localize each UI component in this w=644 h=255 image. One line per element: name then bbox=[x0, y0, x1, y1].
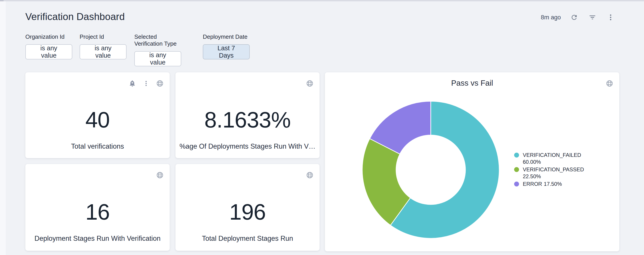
filter-value-selected-verification-type[interactable]: is any value bbox=[134, 51, 181, 66]
single-value-visualization: 196 Total Deployment Stages Run bbox=[176, 164, 320, 251]
single-value-visualization: 8.1633% %age Of Deployments Stages Run W… bbox=[176, 72, 320, 158]
tile-stages-run-with-verification: 16 Deployment Stages Run With Verificati… bbox=[25, 164, 170, 251]
single-value-visualization: 16 Deployment Stages Run With Verificati… bbox=[25, 164, 170, 251]
tile-value: 196 bbox=[229, 201, 266, 223]
legend-label: VERIFICATION_FAILED 60.00% bbox=[523, 152, 588, 165]
left-gutter bbox=[0, 1, 6, 255]
globe-icon bbox=[306, 171, 314, 179]
bell-plus-icon bbox=[128, 80, 136, 87]
top-scrollbar-track bbox=[0, 0, 644, 1]
tile-total-verifications: 40 Total verifications bbox=[25, 72, 170, 158]
filter-label: Selected Verification Type bbox=[134, 33, 181, 47]
dashboard-more-menu-button[interactable] bbox=[606, 13, 616, 22]
tile-timezone-button[interactable] bbox=[156, 171, 164, 179]
chart-legend: VERIFICATION_FAILED 60.00% VERIFICATION_… bbox=[514, 152, 588, 188]
last-refreshed-text: 8m ago bbox=[541, 14, 561, 21]
header-actions: 8m ago bbox=[541, 13, 616, 22]
page-title: Verification Dashboard bbox=[25, 11, 125, 22]
filter-organization-id: Organization Id is any value bbox=[25, 33, 72, 59]
filter-project-id: Project Id is any value bbox=[80, 33, 126, 59]
filter-value-deployment-date[interactable]: Last 7 Days bbox=[203, 44, 250, 59]
globe-icon bbox=[606, 80, 613, 87]
tile-label: %age Of Deployments Stages Run With V… bbox=[180, 142, 316, 150]
filter-selected-verification-type: Selected Verification Type is any value bbox=[134, 33, 181, 66]
tile-label: Total verifications bbox=[71, 142, 124, 150]
kebab-menu-icon bbox=[607, 14, 614, 21]
filter-deployment-date: Deployment Date Last 7 Days bbox=[203, 33, 250, 59]
dashboard-filters-button[interactable] bbox=[588, 13, 597, 22]
tile-actions bbox=[606, 79, 614, 87]
kebab-menu-icon bbox=[143, 80, 150, 87]
tile-actions bbox=[306, 171, 314, 179]
tile-value: 8.1633% bbox=[204, 109, 291, 131]
filter-label: Deployment Date bbox=[203, 33, 250, 40]
tile-timezone-button[interactable] bbox=[156, 79, 164, 87]
refresh-button[interactable] bbox=[569, 13, 579, 22]
globe-icon bbox=[156, 171, 164, 179]
tile-label: Deployment Stages Run With Verification bbox=[34, 234, 160, 242]
tile-pass-vs-fail-chart: Pass vs Fail VERIFICATION_FAILED 60.00% … bbox=[325, 72, 619, 251]
refresh-icon bbox=[570, 14, 578, 21]
tile-actions bbox=[128, 79, 164, 87]
tile-timezone-button[interactable] bbox=[306, 171, 314, 179]
legend-dot-teal bbox=[514, 153, 519, 158]
legend-label: ERROR 17.50% bbox=[523, 180, 562, 187]
filter-value-project-id[interactable]: is any value bbox=[80, 44, 126, 59]
tile-total-deployment-stages-run: 196 Total Deployment Stages Run bbox=[176, 164, 320, 251]
tile-value: 40 bbox=[86, 109, 110, 131]
filter-list-icon bbox=[589, 14, 596, 21]
filter-label: Organization Id bbox=[25, 33, 72, 40]
tile-actions bbox=[156, 171, 164, 179]
filter-value-organization-id[interactable]: is any value bbox=[25, 44, 72, 59]
filter-label: Project Id bbox=[80, 33, 126, 40]
tile-timezone-button[interactable] bbox=[306, 79, 314, 87]
tile-value: 16 bbox=[86, 201, 110, 223]
tile-percent-stages-with-verification: 8.1633% %age Of Deployments Stages Run W… bbox=[176, 72, 320, 158]
legend-item-error[interactable]: ERROR 17.50% bbox=[514, 180, 588, 187]
tile-more-menu-button[interactable] bbox=[142, 79, 150, 87]
legend-item-verification-failed[interactable]: VERIFICATION_FAILED 60.00% bbox=[514, 152, 588, 165]
alert-create-button[interactable] bbox=[128, 79, 136, 87]
globe-icon bbox=[306, 80, 314, 87]
chart-title: Pass vs Fail bbox=[325, 79, 619, 87]
tile-actions bbox=[306, 79, 314, 87]
legend-label: VERIFICATION_PASSED 22.50% bbox=[523, 166, 588, 180]
legend-item-verification-passed[interactable]: VERIFICATION_PASSED 22.50% bbox=[514, 166, 588, 180]
tile-timezone-button[interactable] bbox=[606, 79, 614, 87]
donut-chart[interactable] bbox=[360, 99, 502, 241]
legend-dot-purple bbox=[514, 182, 519, 186]
tile-label: Total Deployment Stages Run bbox=[202, 234, 293, 242]
legend-dot-green bbox=[514, 167, 519, 172]
globe-icon bbox=[156, 80, 164, 87]
